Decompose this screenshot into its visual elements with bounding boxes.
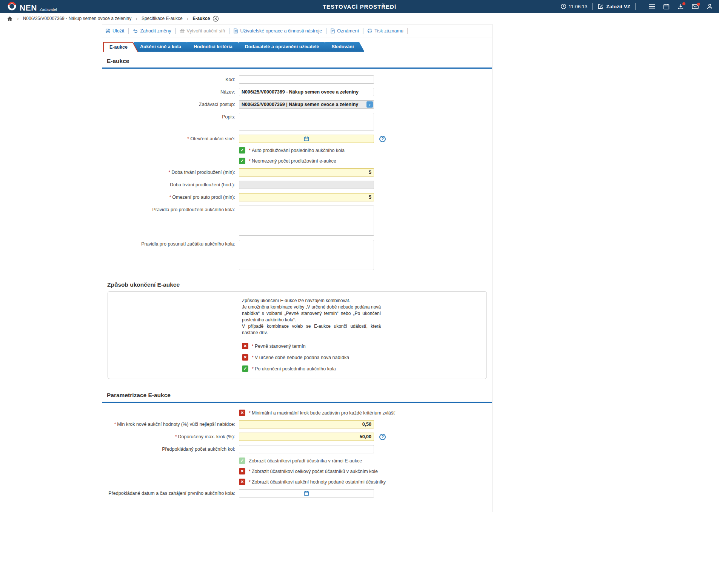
checkbox-row-aukcni-hodnoty: *Zobrazit účastníkovi aukční hodnoty pod…	[102, 479, 492, 485]
auction-room-icon	[180, 28, 185, 34]
section-title-zpusob-ukonceni: Způsob ukončení E-aukce	[102, 281, 492, 288]
section-rule	[102, 402, 492, 403]
field-doba-trvani-min: *Doba trvání prodloužení (min):	[102, 168, 492, 177]
field-otevreni-aukcni-sine: *Otevření aukční síně:	[102, 135, 492, 143]
tab-e-aukce[interactable]: E-aukce	[103, 42, 138, 52]
checkbox-unchecked-icon[interactable]	[239, 479, 245, 485]
nen-logo-icon	[7, 1, 17, 11]
min-krok-input[interactable]	[239, 420, 374, 428]
toolbar-separator	[407, 28, 408, 34]
save-button[interactable]: Uložit	[105, 28, 124, 34]
doba-hod-label: Doba trvání prodloužení (hod.):	[102, 181, 239, 189]
print-record-button[interactable]: Tisk záznamu	[367, 28, 403, 34]
checkbox-label: *Auto prodlužování posledního aukčního k…	[249, 148, 345, 153]
checkbox-unchecked-icon[interactable]	[239, 468, 245, 474]
checkbox-row-poradi-ucastnika: Zobrazit účastníkovi pořadí účastníka v …	[102, 458, 492, 464]
pocet-kol-input[interactable]	[239, 445, 374, 453]
document-icon	[233, 28, 238, 34]
checkbox-label: *Neomezený počet prodlužování e-aukce	[249, 158, 336, 164]
breadcrumb-separator	[135, 15, 137, 21]
pravidla-prodlouzeni-textarea[interactable]	[239, 206, 374, 236]
checkbox-unchecked-icon[interactable]	[239, 410, 245, 416]
tab-label: E-aukce	[109, 45, 128, 50]
calendar-icon[interactable]	[663, 3, 670, 10]
help-icon[interactable]	[379, 434, 386, 440]
breadcrumb-item-specification[interactable]: Specifikace E-aukce	[142, 16, 183, 21]
breadcrumb-item-procedure[interactable]: N006/25/V00007369 - Nákup semen ovoce a …	[23, 16, 132, 21]
checkbox-row-neomezeny-pocet: *Neomezený počet prodlužování e-aukce	[102, 158, 492, 164]
checkbox-label: *Po ukončení posledního aukčního kola	[252, 366, 336, 372]
time-display: 11:06:13	[569, 4, 588, 9]
toolbar-separator	[174, 28, 176, 34]
page: NEN Zadavatel TESTOVACÍ PROSTŘEDÍ 11:06:…	[0, 0, 719, 588]
brand-subtitle: Zadavatel	[40, 8, 57, 12]
field-min-krok: *Min krok nové aukční hodnoty (%) vůči n…	[102, 420, 492, 428]
popis-textarea[interactable]	[239, 113, 374, 130]
kod-label: Kód:	[102, 75, 239, 84]
downloads-icon[interactable]	[677, 3, 684, 10]
discard-changes-button[interactable]: Zahodit změny	[132, 28, 171, 34]
checkbox-checked-icon[interactable]	[239, 147, 245, 154]
datum-zahajeni-label: Předpokládané datum a čas zahájení první…	[102, 489, 239, 497]
pravidla-posunuti-textarea[interactable]	[239, 240, 374, 270]
checkbox-checked-icon[interactable]	[239, 158, 245, 164]
open-procedure-chevron-icon[interactable]	[366, 101, 373, 108]
home-icon[interactable]	[7, 16, 13, 21]
field-omezeni-auto-prodl: *Omezení pro auto prodl (min):	[102, 193, 492, 201]
checkbox-checked-icon[interactable]	[242, 365, 248, 372]
calendar-picker-icon[interactable]	[304, 136, 309, 141]
notification-badge	[697, 3, 700, 6]
field-zadavaci-postup: Zadávací postup:	[102, 100, 492, 109]
tab-label: Sledování	[331, 44, 354, 49]
checkbox-unchecked-icon[interactable]	[242, 343, 248, 349]
user-icon[interactable]	[707, 3, 713, 10]
tab-label: Dodavatelé a oprávnění uživatelé	[245, 44, 319, 49]
omezeni-input[interactable]	[239, 193, 374, 201]
messages-icon[interactable]	[692, 4, 699, 9]
kod-input[interactable]	[239, 75, 374, 84]
checkbox-label: *V určené době nebude podána nová nabídk…	[252, 355, 349, 360]
checkbox-unchecked-icon[interactable]	[242, 354, 248, 361]
field-kod: Kód:	[102, 75, 492, 84]
section-rule	[102, 68, 492, 69]
section-title-e-aukce: E-aukce	[102, 52, 492, 68]
clock-icon	[560, 3, 567, 9]
header-divider	[592, 3, 593, 10]
server-time: 11:06:13	[560, 3, 588, 9]
header-actions: 11:06:13 Založit VZ	[560, 3, 713, 10]
nen-home-link[interactable]: NEN Zadavatel	[7, 1, 57, 12]
record-panel: Uložit Zahodit změny Vytvořit aukční síň	[102, 24, 493, 512]
printer-icon	[367, 28, 373, 34]
record-toolbar: Uložit Zahodit změny Vytvořit aukční síň	[102, 25, 492, 37]
tab-dodavatele-a-uzivatele[interactable]: Dodavatelé a oprávnění uživatelé	[239, 42, 330, 52]
zadavaci-postup-input[interactable]	[239, 100, 374, 109]
field-popis: Popis:	[102, 113, 492, 130]
calendar-picker-icon[interactable]	[304, 491, 309, 496]
tab-label: Hodnotící kritéria	[194, 44, 232, 49]
max-krok-input[interactable]	[239, 433, 374, 441]
help-icon[interactable]	[379, 136, 386, 142]
field-pravidla-prodlouzeni: Pravidla pro prodloužení aukčního kola:	[102, 206, 492, 236]
doba-min-input[interactable]	[239, 168, 374, 177]
breadcrumb-separator	[187, 15, 189, 21]
menu-icon[interactable]	[648, 3, 655, 9]
field-nazev: Název:	[102, 88, 492, 96]
popis-label: Popis:	[102, 113, 239, 121]
tab-aukcni-sine-a-kola[interactable]: Aukční síně a kola	[134, 42, 192, 52]
create-vz-button[interactable]: Založit VZ	[597, 3, 630, 9]
notifications-button[interactable]: Oznámení	[330, 28, 359, 34]
field-doporuceny-max-krok: *Doporučený max. krok (%):	[102, 433, 492, 441]
close-record-icon[interactable]	[212, 15, 219, 22]
toolbar-separator	[128, 28, 129, 34]
breadcrumb-item-current[interactable]: E-aukce	[192, 16, 210, 21]
notice-icon	[330, 28, 335, 34]
pravidla-posunuti-label: Pravidla pro posunutí začátku aukčního k…	[102, 240, 239, 248]
tab-hodnotici-kriteria[interactable]: Hodnotící kritéria	[187, 42, 243, 52]
record-tabs: E-aukce Aukční síně a kola Hodnotící kri…	[103, 42, 492, 52]
checkbox-row-pevne-stanoveny-termin: *Pevně stanovený termín	[242, 343, 477, 349]
tab-sledovani[interactable]: Sledování	[325, 42, 364, 52]
checkbox-row-posledni-kolo: *Po ukončení posledního aukčního kola	[242, 365, 477, 372]
user-operations-button[interactable]: Uživatelské operace a činnosti nástroje	[233, 28, 322, 34]
nazev-input[interactable]	[239, 88, 374, 96]
brand-name: NEN	[20, 4, 37, 12]
